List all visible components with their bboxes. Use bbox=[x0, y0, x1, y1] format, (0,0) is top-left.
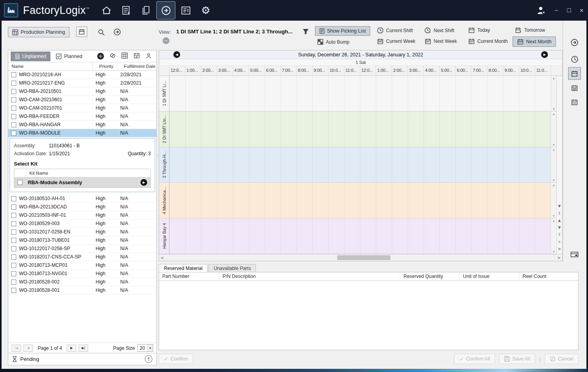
assign-person-icon[interactable] bbox=[146, 53, 152, 60]
schedule-board-button[interactable] bbox=[76, 27, 87, 37]
row-checkbox[interactable] bbox=[11, 279, 16, 285]
row-checkbox[interactable] bbox=[11, 106, 16, 111]
scroll-up-step-icon[interactable]: ▲ bbox=[558, 219, 561, 222]
add-work-order-icon[interactable]: + bbox=[97, 53, 104, 60]
row-checkbox[interactable] bbox=[11, 97, 16, 102]
save-all-button[interactable]: Save All bbox=[499, 354, 535, 364]
user-logoff-icon[interactable] bbox=[532, 4, 550, 16]
production-planning-button[interactable]: Production Planning bbox=[8, 27, 69, 37]
minimize-button[interactable]: ─ bbox=[550, 4, 563, 16]
work-order-row[interactable]: WO-20180528-002 High N/A bbox=[8, 278, 156, 286]
materials-column-header[interactable]: P/N Description bbox=[219, 272, 400, 280]
work-order-row[interactable]: WO-RBA-HANGAR High N/A bbox=[8, 121, 156, 129]
kit-row[interactable]: RBA-Module Assembly ▶ bbox=[14, 177, 150, 187]
week-view-icon[interactable] bbox=[569, 82, 580, 94]
expand-pending-icon[interactable]: ↑ bbox=[145, 355, 152, 363]
zoom-in-icon[interactable]: + bbox=[558, 240, 561, 244]
page-size-select[interactable]: 20 ▼ bbox=[137, 344, 153, 352]
schedule-check-icon[interactable] bbox=[133, 52, 140, 60]
next-page-button[interactable]: ▶ bbox=[67, 345, 76, 352]
current-shift-button[interactable]: Current Shift bbox=[377, 27, 413, 34]
home-icon[interactable] bbox=[97, 2, 115, 19]
batch-grid-icon[interactable] bbox=[121, 52, 128, 60]
materials-column-header[interactable]: Reserved Quantity bbox=[400, 272, 460, 280]
last-page-button[interactable]: ▶| bbox=[79, 345, 88, 352]
row-checkbox[interactable] bbox=[11, 131, 16, 136]
column-name[interactable]: Name bbox=[8, 64, 92, 69]
show-picking-list-button[interactable]: Show Picking List bbox=[315, 26, 370, 36]
scroll-top-icon[interactable]: ↥ bbox=[558, 212, 561, 215]
legend-card-icon[interactable] bbox=[569, 249, 580, 260]
lane-scrollbar[interactable]: ▲▼ bbox=[551, 183, 556, 218]
materials-column-header[interactable]: Part Number bbox=[159, 272, 219, 280]
row-checkbox[interactable] bbox=[11, 204, 16, 210]
row-checkbox[interactable] bbox=[11, 254, 16, 260]
previous-week-arrow-button[interactable]: ◀ bbox=[173, 51, 180, 58]
work-order-row[interactable]: WO-20180529-003 High N/A bbox=[8, 220, 156, 228]
lane-scrollbar[interactable]: ▲▼ bbox=[551, 218, 556, 254]
next-month-button[interactable]: Next Month bbox=[513, 37, 556, 47]
work-order-row[interactable]: WO-20210503-INF-01 High N/A bbox=[8, 211, 156, 220]
work-order-row[interactable]: WO-10122017-0258-SP High N/A bbox=[8, 245, 156, 253]
current-week-button[interactable]: Current Week bbox=[377, 38, 415, 44]
reports-icon[interactable] bbox=[177, 2, 195, 19]
close-button[interactable]: ✕ bbox=[575, 4, 588, 16]
tab-reserved-material[interactable]: Reserved Material bbox=[159, 264, 208, 273]
plan-kit-arrow-button[interactable]: ▶ bbox=[140, 179, 147, 186]
work-order-row[interactable]: WO-20180528-001 High N/A bbox=[8, 286, 156, 295]
settings-gear-icon[interactable]: ⚙ bbox=[196, 2, 215, 19]
documents-icon[interactable] bbox=[137, 2, 155, 19]
work-order-row[interactable]: WO-10182017-CNS-CCA-SP High N/A bbox=[8, 253, 156, 261]
hscroll-track[interactable] bbox=[165, 254, 556, 261]
work-order-row[interactable]: WO-20180510-AH-01 High N/A bbox=[8, 195, 156, 203]
next-week-arrow-button[interactable]: ▶ bbox=[541, 51, 548, 58]
scroll-left-icon[interactable]: < bbox=[159, 256, 165, 260]
confirm-button[interactable]: ✓ Confirm bbox=[159, 354, 193, 364]
row-checkbox[interactable] bbox=[11, 196, 16, 201]
next-shift-button[interactable]: Next Shift bbox=[425, 27, 454, 34]
row-checkbox[interactable] bbox=[11, 246, 16, 251]
maximize-button[interactable]: ☐ bbox=[563, 4, 575, 16]
link-icon[interactable] bbox=[110, 52, 116, 60]
work-order-row[interactable]: WO-20180713-NVG01 High N/A bbox=[8, 270, 156, 278]
month-view-icon[interactable] bbox=[569, 96, 580, 108]
current-month-button[interactable]: Current Month bbox=[468, 38, 508, 44]
work-order-row[interactable]: WO-20180713-TUBE01 High N/A bbox=[8, 236, 156, 245]
row-checkbox[interactable] bbox=[11, 288, 16, 293]
tab-unplanned[interactable]: Unplanned bbox=[11, 52, 50, 61]
materials-column-header[interactable]: Reel Count bbox=[519, 272, 578, 280]
lane-scrollbar[interactable]: ▲▼ bbox=[551, 147, 556, 183]
column-fulfillment-date[interactable]: Fulfillment Date bbox=[121, 64, 156, 69]
search-icon[interactable] bbox=[98, 29, 105, 36]
hscroll-thumb[interactable] bbox=[337, 255, 390, 260]
first-page-button[interactable]: |◀ bbox=[12, 345, 21, 352]
prev-page-button[interactable]: ◀ bbox=[23, 345, 33, 352]
work-order-row[interactable]: WO-CAM-20210701 High N/A bbox=[8, 104, 156, 112]
shift-view-clock-icon[interactable] bbox=[569, 53, 580, 65]
filter-icon[interactable] bbox=[302, 29, 309, 35]
lane-grid[interactable] bbox=[169, 147, 551, 183]
work-order-row[interactable]: MRO-20210216-AH High 2/28/2021 bbox=[8, 71, 156, 79]
work-order-row[interactable]: WO-RBA-20213DCAD High N/A bbox=[8, 203, 156, 211]
row-checkbox[interactable] bbox=[11, 271, 16, 276]
lane-grid[interactable] bbox=[169, 112, 551, 147]
lane-grid[interactable] bbox=[169, 218, 551, 254]
row-checkbox[interactable] bbox=[11, 238, 16, 243]
row-checkbox[interactable] bbox=[11, 229, 16, 235]
scroll-down-icon[interactable]: ▼ bbox=[558, 204, 561, 208]
row-checkbox[interactable] bbox=[11, 122, 16, 127]
day-view-icon[interactable] bbox=[569, 67, 580, 79]
work-order-row[interactable]: WO-20180713-MCP01 High N/A bbox=[8, 261, 156, 270]
column-priority[interactable]: Priority bbox=[96, 64, 113, 69]
row-checkbox[interactable] bbox=[11, 114, 16, 119]
cancel-button[interactable]: Cancel bbox=[545, 354, 578, 364]
lane-scrollbar[interactable]: ▲▼ bbox=[551, 112, 556, 147]
scroll-down-step-icon[interactable]: ▼ bbox=[558, 226, 561, 229]
gantt-horizontal-scrollbar[interactable]: < > bbox=[159, 254, 562, 261]
work-order-row[interactable]: WO-RBA-FEEDER High N/A bbox=[8, 112, 156, 121]
tab-planned[interactable]: Planned bbox=[53, 52, 85, 61]
tab-unavailable-parts[interactable]: Unavailable Parts bbox=[208, 264, 256, 272]
tomorrow-button[interactable]: Tomorrow bbox=[515, 27, 545, 33]
work-order-row[interactable]: WO-RBA-MODULE High N/A bbox=[8, 129, 156, 137]
scroll-bottom-icon[interactable]: ↧ bbox=[558, 233, 561, 237]
